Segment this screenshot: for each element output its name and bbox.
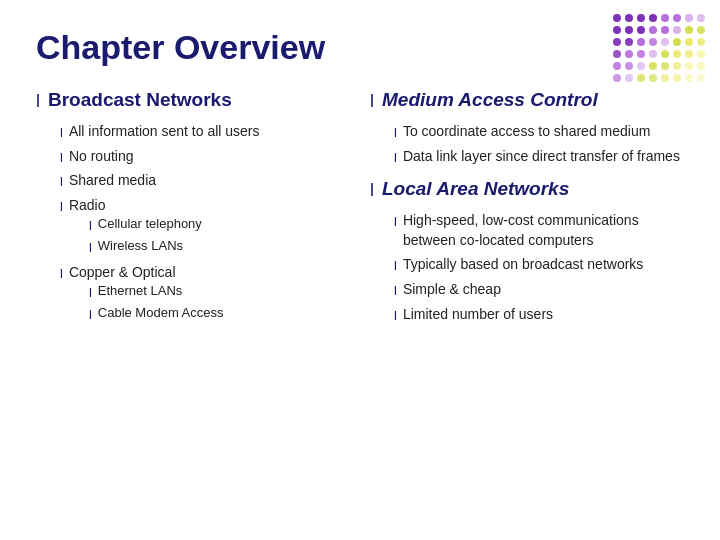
svg-point-35	[649, 62, 657, 70]
bullet-icon: l	[60, 150, 63, 165]
sub-item: l Wireless LANs	[89, 237, 202, 255]
right-section2-title: Local Area Networks	[382, 178, 569, 200]
svg-point-29	[673, 50, 681, 58]
bullet-icon: l	[394, 283, 397, 298]
sub-bullet-icon: l	[89, 307, 92, 322]
svg-point-33	[625, 62, 633, 70]
svg-point-20	[661, 38, 669, 46]
bullet-icon: l	[394, 258, 397, 273]
list-item: l No routing	[60, 147, 350, 167]
svg-point-14	[685, 26, 693, 34]
svg-point-30	[685, 50, 693, 58]
svg-point-32	[613, 62, 621, 70]
left-section1-title: Broadcast Networks	[48, 89, 232, 111]
item-text: Data link layer since direct transfer of…	[403, 147, 680, 167]
item-text: To coordinate access to shared medium	[403, 122, 650, 142]
svg-point-28	[661, 50, 669, 58]
right-section1-title: Medium Access Control	[382, 89, 598, 111]
list-item: l Data link layer since direct transfer …	[394, 147, 684, 167]
item-text: Typically based on broadcast networks	[403, 255, 643, 275]
right-section1-items: l To coordinate access to shared medium …	[394, 122, 684, 166]
content-area: l Broadcast Networks l All information s…	[36, 89, 684, 330]
sub-item: l Ethernet LANs	[89, 282, 224, 300]
item-text: Copper & Optical	[69, 264, 176, 280]
left-bullet-main: l	[36, 91, 40, 112]
sub-bullet-icon: l	[89, 240, 92, 255]
svg-point-4	[661, 14, 669, 22]
item-text: All information sent to all users	[69, 122, 260, 142]
svg-point-6	[685, 14, 693, 22]
list-item: l Typically based on broadcast networks	[394, 255, 684, 275]
svg-point-46	[685, 74, 693, 82]
svg-point-7	[697, 14, 705, 22]
svg-point-42	[637, 74, 645, 82]
bullet-icon: l	[394, 125, 397, 140]
svg-point-39	[697, 62, 705, 70]
right-column: l Medium Access Control l To coordinate …	[370, 89, 684, 330]
list-item: l Shared media	[60, 171, 350, 191]
svg-point-34	[637, 62, 645, 70]
item-text: Radio	[69, 197, 106, 213]
svg-point-11	[649, 26, 657, 34]
svg-point-8	[613, 26, 621, 34]
sub-item: l Cellular telephony	[89, 215, 202, 233]
bullet-icon: l	[60, 199, 63, 214]
svg-point-31	[697, 50, 705, 58]
bullet-icon: l	[60, 266, 63, 281]
bullet-icon: l	[394, 150, 397, 165]
svg-point-26	[637, 50, 645, 58]
svg-point-3	[649, 14, 657, 22]
svg-point-44	[661, 74, 669, 82]
right-bullet-main1: l	[370, 91, 374, 112]
left-section1-items: l All information sent to all users l No…	[60, 122, 350, 325]
sub-item-text: Wireless LANs	[98, 237, 183, 255]
svg-point-22	[685, 38, 693, 46]
right-bullet-main2: l	[370, 180, 374, 201]
svg-point-47	[697, 74, 705, 82]
svg-point-24	[613, 50, 621, 58]
sub-item-text: Cable Modem Access	[98, 304, 224, 322]
svg-point-16	[613, 38, 621, 46]
list-item: l Limited number of users	[394, 305, 684, 325]
svg-point-19	[649, 38, 657, 46]
svg-point-5	[673, 14, 681, 22]
item-text: High-speed, low-cost communications betw…	[403, 211, 684, 250]
svg-point-23	[697, 38, 705, 46]
sub-item: l Cable Modem Access	[89, 304, 224, 322]
list-item: l To coordinate access to shared medium	[394, 122, 684, 142]
page-title: Chapter Overview	[36, 28, 684, 67]
svg-point-12	[661, 26, 669, 34]
dot-decoration	[607, 8, 712, 97]
svg-point-36	[661, 62, 669, 70]
item-text: Shared media	[69, 171, 156, 191]
svg-point-1	[625, 14, 633, 22]
svg-point-21	[673, 38, 681, 46]
sub-bullet-icon: l	[89, 285, 92, 300]
right-section2-items: l High-speed, low-cost communications be…	[394, 211, 684, 324]
sub-item-text: Ethernet LANs	[98, 282, 183, 300]
svg-point-18	[637, 38, 645, 46]
list-item: l High-speed, low-cost communications be…	[394, 211, 684, 250]
svg-point-25	[625, 50, 633, 58]
svg-point-38	[685, 62, 693, 70]
svg-point-2	[637, 14, 645, 22]
item-text: Limited number of users	[403, 305, 553, 325]
right-section2-header: l Local Area Networks	[370, 178, 684, 201]
bullet-icon: l	[394, 214, 397, 229]
list-item: l Simple & cheap	[394, 280, 684, 300]
svg-point-41	[625, 74, 633, 82]
svg-point-37	[673, 62, 681, 70]
svg-point-43	[649, 74, 657, 82]
bullet-icon: l	[60, 125, 63, 140]
svg-point-45	[673, 74, 681, 82]
sub-items-radio: l Cellular telephony l Wireless LANs	[89, 215, 202, 254]
svg-point-27	[649, 50, 657, 58]
list-item: l All information sent to all users	[60, 122, 350, 142]
svg-point-0	[613, 14, 621, 22]
bullet-icon: l	[394, 308, 397, 323]
sub-bullet-icon: l	[89, 218, 92, 233]
list-item-radio: l Radio l Cellular telephony l Wireless …	[60, 196, 350, 258]
left-section1-header: l Broadcast Networks	[36, 89, 350, 112]
list-item-copper: l Copper & Optical l Ethernet LANs l Cab…	[60, 263, 350, 325]
item-text: Simple & cheap	[403, 280, 501, 300]
